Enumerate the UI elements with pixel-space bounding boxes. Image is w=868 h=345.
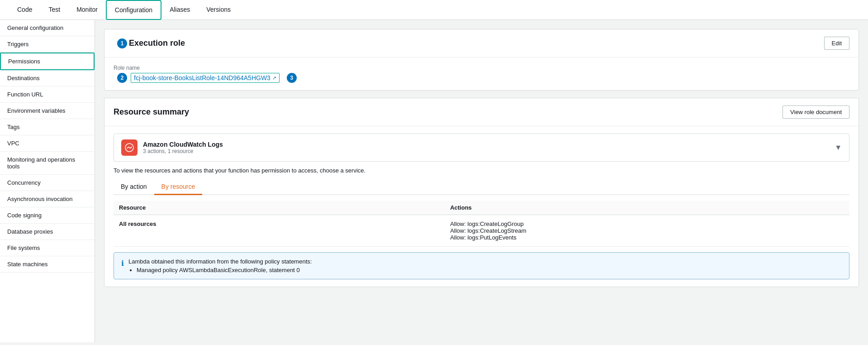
service-name: Amazon CloudWatch Logs bbox=[143, 141, 223, 148]
sidebar-item-vpc[interactable]: VPC bbox=[0, 135, 95, 152]
info-bullet-1: Managed policy AWSLambdaBasicExecutionRo… bbox=[137, 267, 312, 273]
info-main-text: Lambda obtained this information from th… bbox=[128, 258, 312, 265]
tab-code[interactable]: Code bbox=[9, 0, 40, 20]
col-resource: Resource bbox=[114, 201, 445, 215]
sidebar-item-monitoring[interactable]: Monitoring and operations tools bbox=[0, 152, 95, 175]
sidebar-item-tags[interactable]: Tags bbox=[0, 119, 95, 135]
execution-role-card: 1 Execution role Edit Role name 2 fcj-bo… bbox=[104, 29, 859, 91]
edit-button[interactable]: Edit bbox=[824, 37, 849, 50]
resource-summary-title: Resource summary bbox=[114, 107, 189, 117]
resource-summary-body: Amazon CloudWatch Logs 3 actions, 1 reso… bbox=[104, 126, 859, 287]
service-description: 3 actions, 1 resource bbox=[143, 148, 223, 154]
service-info: Amazon CloudWatch Logs 3 actions, 1 reso… bbox=[143, 141, 223, 154]
role-name-label: Role name bbox=[114, 65, 849, 71]
action-line-3: Allow: logs:PutLogEvents bbox=[450, 234, 844, 241]
resource-summary-header: Resource summary View role document bbox=[104, 98, 859, 126]
service-row-left: Amazon CloudWatch Logs 3 actions, 1 reso… bbox=[121, 139, 223, 156]
cloudwatch-icon bbox=[121, 139, 138, 156]
main-content: 1 Execution role Edit Role name 2 fcj-bo… bbox=[95, 20, 868, 342]
info-icon: ℹ bbox=[121, 259, 124, 268]
cloudwatch-service-row[interactable]: Amazon CloudWatch Logs 3 actions, 1 reso… bbox=[114, 134, 849, 162]
resource-summary-card: Resource summary View role document bbox=[104, 98, 859, 287]
col-actions: Actions bbox=[445, 201, 849, 215]
execution-role-header: 1 Execution role Edit bbox=[104, 29, 859, 58]
info-box: ℹ Lambda obtained this information from … bbox=[114, 252, 849, 279]
tab-by-action[interactable]: By action bbox=[114, 179, 154, 195]
sidebar-item-file-systems[interactable]: File systems bbox=[0, 240, 95, 256]
sidebar-item-triggers[interactable]: Triggers bbox=[0, 36, 95, 53]
sidebar-item-function-url[interactable]: Function URL bbox=[0, 86, 95, 103]
tab-test[interactable]: Test bbox=[40, 0, 68, 20]
tab-aliases[interactable]: Aliases bbox=[161, 0, 198, 20]
resource-tabs: By action By resource bbox=[114, 179, 849, 195]
sidebar-item-async-invocation[interactable]: Asynchronous invocation bbox=[0, 191, 95, 207]
resource-table: Resource Actions All resources Allow: lo… bbox=[114, 201, 849, 247]
action-line-1: Allow: logs:CreateLogGroup bbox=[450, 220, 844, 227]
sidebar-item-concurrency[interactable]: Concurrency bbox=[0, 175, 95, 191]
sidebar-item-environment-variables[interactable]: Environment variables bbox=[0, 103, 95, 119]
resource-cell: All resources bbox=[114, 215, 445, 247]
table-row: All resources Allow: logs:CreateLogGroup… bbox=[114, 215, 849, 247]
annotation-2: 2 bbox=[117, 73, 127, 83]
execution-role-title: Execution role bbox=[129, 38, 185, 48]
info-box-content: Lambda obtained this information from th… bbox=[128, 258, 312, 273]
tab-by-resource[interactable]: By resource bbox=[154, 179, 203, 195]
sidebar: General configuration Triggers Permissio… bbox=[0, 20, 95, 342]
actions-cell: Allow: logs:CreateLogGroup Allow: logs:C… bbox=[445, 215, 849, 247]
annotation-1: 1 bbox=[117, 38, 127, 48]
chevron-down-icon: ▼ bbox=[835, 144, 842, 152]
role-link[interactable]: fcj-book-store-BooksListRole-14ND964A5HG… bbox=[131, 73, 280, 83]
top-nav-tabs: Code Test Monitor Configuration Aliases … bbox=[0, 0, 868, 20]
sidebar-item-destinations[interactable]: Destinations bbox=[0, 70, 95, 86]
tab-versions[interactable]: Versions bbox=[198, 0, 239, 20]
sidebar-item-general-configuration[interactable]: General configuration bbox=[0, 20, 95, 36]
hint-text: To view the resources and actions that y… bbox=[114, 167, 849, 174]
main-layout: General configuration Triggers Permissio… bbox=[0, 20, 868, 342]
tab-monitor[interactable]: Monitor bbox=[68, 0, 106, 20]
sidebar-item-database-proxies[interactable]: Database proxies bbox=[0, 224, 95, 240]
sidebar-item-permissions[interactable]: Permissions bbox=[0, 53, 95, 70]
external-link-icon: ↗ bbox=[272, 75, 276, 81]
view-role-document-button[interactable]: View role document bbox=[783, 105, 849, 119]
action-line-2: Allow: logs:CreateLogStream bbox=[450, 227, 844, 234]
sidebar-item-state-machines[interactable]: State machines bbox=[0, 256, 95, 273]
execution-role-body: Role name 2 fcj-book-store-BooksListRole… bbox=[104, 58, 859, 90]
annotation-3: 3 bbox=[287, 73, 297, 83]
tab-configuration[interactable]: Configuration bbox=[106, 0, 161, 20]
role-link-text: fcj-book-store-BooksListRole-14ND964A5HG… bbox=[134, 74, 270, 81]
sidebar-item-code-signing[interactable]: Code signing bbox=[0, 207, 95, 224]
